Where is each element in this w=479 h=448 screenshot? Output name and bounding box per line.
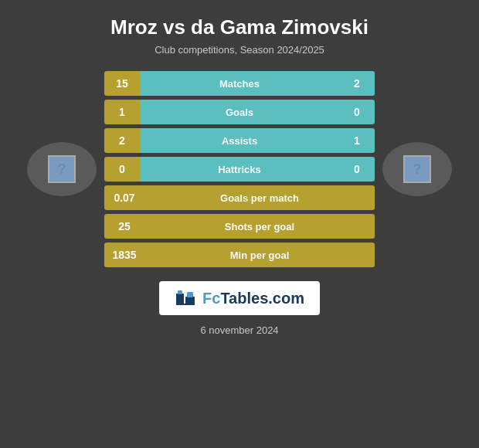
page-title: Mroz vs da Gama Zimovski	[110, 15, 369, 39]
stat-row-assists: 2 Assists 1	[104, 128, 375, 153]
left-player-circle: ?	[27, 142, 97, 196]
logo-area: FcTables.com	[159, 281, 320, 315]
main-container: Mroz vs da Gama Zimovski Club competitio…	[0, 0, 479, 448]
logo-svg	[175, 287, 196, 309]
hattricks-right-val: 0	[339, 157, 375, 182]
hattricks-left-val: 0	[104, 157, 140, 182]
right-player-circle: ?	[382, 142, 452, 196]
assists-label: Assists	[140, 128, 339, 153]
subtitle: Club competitions, Season 2024/2025	[155, 44, 324, 56]
goals-per-match-val: 0.07	[104, 185, 144, 210]
matches-left-val: 15	[104, 71, 140, 96]
stat-row-matches: 15 Matches 2	[104, 71, 375, 96]
fctables-icon	[175, 287, 196, 309]
logo-fc: Fc	[202, 290, 220, 307]
goals-per-match-label: Goals per match	[144, 185, 375, 210]
assists-left-val: 2	[104, 128, 140, 153]
min-per-goal-val: 1835	[104, 243, 144, 267]
logo-tables: Tables.com	[220, 290, 304, 307]
stat-row-hattricks: 0 Hattricks 0	[104, 157, 375, 182]
svg-rect-3	[187, 292, 193, 297]
stat-row-goals: 1 Goals 0	[104, 100, 375, 124]
date-label: 6 november 2024	[200, 324, 278, 336]
comparison-area: ? 15 Matches 2 1 Goals 0 2 Assists 1	[0, 71, 479, 267]
goals-label: Goals	[140, 100, 339, 124]
stat-row-shots-per-goal: 25 Shots per goal	[104, 214, 375, 239]
stat-row-goals-per-match: 0.07 Goals per match	[104, 185, 375, 210]
shots-per-goal-label: Shots per goal	[144, 214, 375, 239]
left-player-icon: ?	[48, 155, 76, 183]
goals-left-val: 1	[104, 100, 140, 124]
goals-right-val: 0	[339, 100, 375, 124]
svg-rect-1	[178, 290, 182, 294]
stat-row-min-per-goal: 1835 Min per goal	[104, 243, 375, 267]
logo-text: FcTables.com	[202, 290, 304, 307]
assists-right-val: 1	[339, 128, 375, 153]
right-player-icon: ?	[403, 155, 431, 183]
shots-per-goal-val: 25	[104, 214, 144, 239]
svg-rect-2	[185, 297, 195, 304]
left-player: ?	[19, 142, 104, 196]
matches-label: Matches	[140, 71, 339, 96]
svg-rect-0	[176, 294, 184, 304]
right-player: ?	[375, 142, 460, 196]
stats-area: 15 Matches 2 1 Goals 0 2 Assists 1 0 Hat…	[104, 71, 375, 267]
hattricks-label: Hattricks	[140, 157, 339, 182]
min-per-goal-label: Min per goal	[144, 243, 375, 267]
matches-right-val: 2	[339, 71, 375, 96]
